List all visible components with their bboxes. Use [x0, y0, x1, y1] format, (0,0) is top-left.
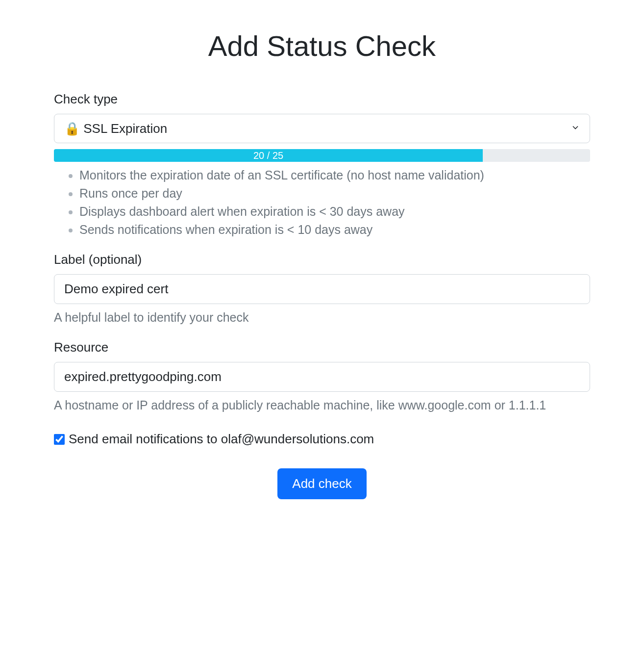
list-item: Runs once per day [79, 185, 590, 202]
label-field-group: Label (optional) A helpful label to iden… [54, 252, 590, 326]
resource-help-text: A hostname or IP address of a publicly r… [54, 397, 590, 414]
list-item: Sends notifications when expiration is <… [79, 221, 590, 238]
check-type-select[interactable]: 🔒 SSL Expiration [54, 114, 590, 143]
check-type-description-list: Monitors the expiration date of an SSL c… [54, 167, 590, 238]
check-type-label: Check type [54, 92, 590, 107]
label-help-text: A helpful label to identify your check [54, 309, 590, 326]
progress-text: 20 / 25 [54, 149, 483, 162]
add-check-button[interactable]: Add check [277, 468, 366, 499]
label-field-label: Label (optional) [54, 252, 590, 267]
submit-row: Add check [54, 468, 590, 499]
resource-input[interactable] [54, 362, 590, 392]
resource-field-label: Resource [54, 340, 590, 355]
check-type-select-wrap: 🔒 SSL Expiration [54, 114, 590, 143]
page-title: Add Status Check [54, 29, 590, 62]
usage-progress: 20 / 25 [54, 149, 590, 162]
list-item: Monitors the expiration date of an SSL c… [79, 167, 590, 184]
label-input[interactable] [54, 274, 590, 304]
resource-field-group: Resource A hostname or IP address of a p… [54, 340, 590, 414]
check-type-group: Check type 🔒 SSL Expiration 20 / 25 Moni… [54, 92, 590, 238]
list-item: Displays dashboard alert when expiration… [79, 203, 590, 220]
notifications-checkbox[interactable] [54, 434, 65, 445]
notifications-label[interactable]: Send email notifications to olaf@wunders… [69, 432, 374, 447]
notifications-checkbox-row: Send email notifications to olaf@wunders… [54, 432, 590, 447]
